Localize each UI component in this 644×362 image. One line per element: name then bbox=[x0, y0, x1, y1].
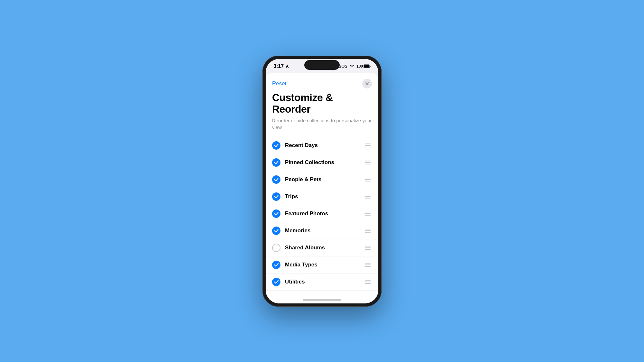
wifi-icon bbox=[349, 64, 355, 68]
checked-icon-utilities bbox=[272, 278, 280, 286]
svg-rect-2 bbox=[364, 65, 369, 68]
list-item-trips[interactable]: Trips bbox=[266, 188, 378, 205]
home-bar bbox=[303, 299, 341, 301]
svg-rect-1 bbox=[370, 65, 371, 67]
list-item-shared-albums[interactable]: Shared Albums bbox=[266, 239, 378, 256]
item-label-featured-photos: Featured Photos bbox=[285, 210, 364, 217]
drag-handle-memories[interactable] bbox=[364, 227, 372, 234]
checked-icon-memories bbox=[272, 227, 280, 235]
list-item-recent-days[interactable]: Recent Days bbox=[266, 137, 378, 154]
item-label-utilities: Utilities bbox=[285, 279, 364, 285]
list-item-people-pets[interactable]: People & Pets bbox=[266, 171, 378, 188]
status-icons: SOS 100 bbox=[339, 64, 371, 69]
item-label-memories: Memories bbox=[285, 227, 364, 234]
checked-icon-recent-days bbox=[272, 141, 280, 150]
sheet-container: Reset Customize &Reorder Reorder or hide… bbox=[266, 73, 378, 294]
drag-handle-recent-days[interactable] bbox=[364, 142, 372, 149]
dynamic-island bbox=[304, 60, 340, 70]
item-label-people-pets: People & Pets bbox=[285, 176, 364, 183]
close-button[interactable] bbox=[362, 79, 372, 88]
list-item-albums[interactable]: Albums bbox=[266, 291, 378, 294]
phone-frame: 3:17 SOS 100 bbox=[262, 56, 382, 307]
item-label-recent-days: Recent Days bbox=[285, 142, 364, 149]
checked-icon-media-types bbox=[272, 261, 280, 269]
drag-handle-trips[interactable] bbox=[364, 193, 372, 200]
checked-icon-trips bbox=[272, 192, 280, 201]
checked-icon-people-pets bbox=[272, 175, 280, 184]
list-item-featured-photos[interactable]: Featured Photos bbox=[266, 205, 378, 222]
list-item-pinned-collections[interactable]: Pinned Collections bbox=[266, 154, 378, 171]
sheet-subtitle: Reorder or hide collections to personali… bbox=[266, 117, 378, 137]
drag-handle-pinned-collections[interactable] bbox=[364, 159, 372, 166]
item-label-trips: Trips bbox=[285, 193, 364, 200]
drag-handle-media-types[interactable] bbox=[364, 262, 372, 268]
unchecked-icon-shared-albums bbox=[272, 244, 280, 252]
battery-indicator: 100 bbox=[356, 64, 371, 69]
items-list: Recent Days Pinned Collections bbox=[266, 137, 378, 294]
sheet-title: Customize &Reorder bbox=[266, 92, 378, 117]
list-item-utilities[interactable]: Utilities bbox=[266, 274, 378, 291]
home-indicator bbox=[266, 294, 378, 303]
drag-handle-shared-albums[interactable] bbox=[364, 245, 372, 251]
sos-label: SOS bbox=[339, 64, 347, 69]
drag-handle-utilities[interactable] bbox=[364, 279, 372, 285]
drag-handle-featured-photos[interactable] bbox=[364, 210, 372, 217]
item-label-pinned-collections: Pinned Collections bbox=[285, 159, 364, 166]
checked-icon-pinned-collections bbox=[272, 158, 280, 167]
sheet-header: Reset bbox=[266, 73, 378, 92]
status-time: 3:17 bbox=[273, 63, 289, 69]
item-label-shared-albums: Shared Albums bbox=[285, 245, 364, 251]
drag-handle-people-pets[interactable] bbox=[364, 176, 372, 183]
item-label-media-types: Media Types bbox=[285, 262, 364, 268]
list-item-media-types[interactable]: Media Types bbox=[266, 256, 378, 274]
reset-button[interactable]: Reset bbox=[272, 80, 286, 87]
checked-icon-featured-photos bbox=[272, 209, 280, 218]
close-icon bbox=[365, 82, 369, 85]
phone-screen: 3:17 SOS 100 bbox=[266, 59, 378, 303]
list-item-memories[interactable]: Memories bbox=[266, 222, 378, 239]
